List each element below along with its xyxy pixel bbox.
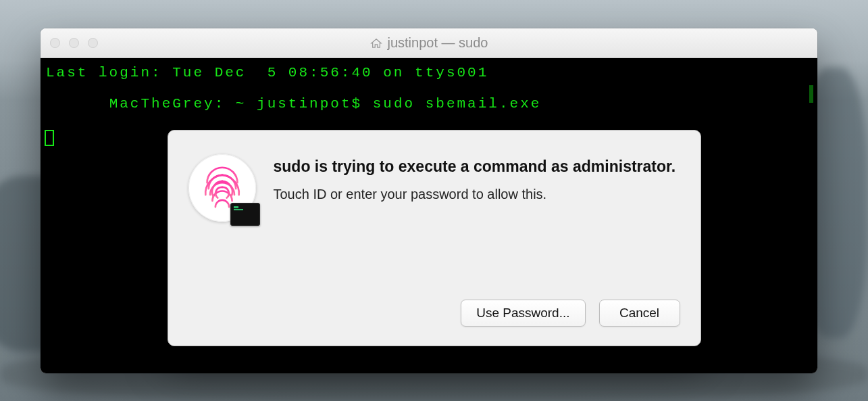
terminal-host: MacTheGrey: (109, 96, 226, 112)
window-title: justinpot — sudo (41, 35, 817, 51)
terminal-cursor (45, 130, 54, 146)
dialog-content: sudo is trying to execute a command as a… (188, 154, 680, 222)
window-titlebar: justinpot — sudo (41, 28, 817, 58)
terminal-command: sudo sbemail.exe (373, 96, 542, 112)
terminal-path: ~ justinpot$ (236, 96, 362, 112)
use-password-button[interactable]: Use Password... (461, 300, 585, 327)
minimize-window-button[interactable] (69, 38, 79, 48)
dialog-button-row: Use Password... Cancel (188, 286, 680, 327)
home-icon (370, 38, 382, 49)
dialog-text: sudo is trying to execute a command as a… (274, 154, 680, 222)
zoom-window-button[interactable] (88, 38, 98, 48)
dialog-title: sudo is trying to execute a command as a… (274, 157, 680, 177)
close-window-button[interactable] (50, 38, 60, 48)
terminal-badge-icon (230, 203, 260, 226)
dialog-subtitle: Touch ID or enter your password to allow… (274, 187, 680, 202)
touch-id-icon (188, 154, 256, 222)
terminal-scroll-indicator (809, 85, 813, 103)
auth-dialog: sudo is trying to execute a command as a… (168, 130, 701, 346)
terminal-prompt-line: MacTheGrey: ~ justinpot$ sudo sbemail.ex… (46, 80, 812, 127)
terminal-last-login: Last login: Tue Dec 5 08:56:40 on ttys00… (46, 65, 812, 80)
window-title-text: justinpot — sudo (388, 35, 488, 51)
window-controls (50, 38, 98, 48)
cancel-button[interactable]: Cancel (599, 300, 680, 327)
